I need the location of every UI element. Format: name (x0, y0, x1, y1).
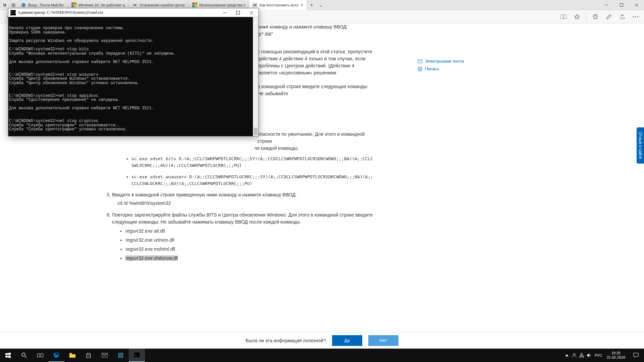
window-maximize-button[interactable] (614, 0, 629, 10)
history-back-icon[interactable] (1, 1, 9, 9)
site-feedback-tab[interactable]: Отзыв о сайте (637, 127, 644, 164)
cmd-close-button[interactable] (245, 8, 258, 17)
task-view-button[interactable] (32, 349, 48, 362)
search-button[interactable] (16, 349, 32, 362)
feedback-no-button[interactable]: Нет (368, 335, 398, 346)
favicon-icon (132, 2, 138, 8)
svg-rect-14 (418, 60, 422, 63)
print-icon (418, 67, 422, 71)
side-actions: Электронная почта Печать (418, 59, 478, 74)
new-tab-button[interactable]: + (307, 2, 316, 8)
favicon-icon: @ (21, 2, 26, 8)
cmd-titlebar[interactable]: C:\ Администратор: C:\WINDOWS\System32\c… (8, 8, 258, 17)
svg-rect-20 (38, 354, 40, 357)
list-item: sc.exe sdset wuauserv D:(A;;CCLCSWRPWPDT… (131, 173, 375, 187)
more-icon[interactable] (630, 11, 641, 22)
feedback-bar: Была ли эта информация полезной? Да Нет (0, 332, 644, 349)
cmd-scrollbar[interactable] (253, 17, 258, 136)
article-fragment: ниже команду и нажмите клавишу ВВОД: (258, 23, 375, 31)
action-center-icon[interactable] (628, 349, 644, 362)
email-link[interactable]: Электронная почта (418, 59, 478, 64)
svg-point-19 (22, 353, 25, 356)
list-item: regsvr32.exe urlmon.dll (125, 237, 375, 244)
step-5: Введите в командной строке приведенную н… (112, 191, 375, 207)
article-fragment: в командной строке введите следующие ком… (258, 83, 375, 97)
command-text: cd /d %windir%\system32 (117, 200, 375, 207)
svg-point-12 (635, 16, 636, 17)
favicon-icon (252, 2, 258, 8)
window-close-button[interactable] (629, 0, 644, 10)
people-icon[interactable] (571, 349, 578, 362)
list-item: regsvr32.exe atl.dll (125, 228, 375, 235)
taskbar-clock[interactable]: 19:25 21.02.2018 (604, 351, 628, 360)
favicon-icon (192, 2, 197, 8)
article-fragment: ле каждой команды. (254, 145, 375, 152)
network-icon[interactable] (578, 349, 585, 362)
tab-title: Использование средства п (199, 3, 245, 7)
tray-overflow-icon[interactable] (563, 349, 571, 362)
app-taskbar-icon[interactable] (113, 349, 129, 362)
svg-rect-30 (582, 356, 584, 357)
cmd-icon: C:\ (10, 10, 16, 15)
cmd-minimize-button[interactable] (218, 8, 231, 17)
svg-rect-15 (419, 67, 422, 68)
cmd-output[interactable]: Начало стадии проверки при сканировании … (8, 17, 258, 136)
tab-title: Windows 10. Не работает ц (78, 3, 125, 7)
store-icon[interactable] (80, 349, 97, 362)
svg-point-11 (633, 16, 634, 17)
cmd-window[interactable]: C:\ Администратор: C:\WINDOWS\System32\c… (8, 8, 259, 136)
edge-taskbar-icon[interactable] (48, 349, 64, 362)
language-indicator[interactable]: РУС (593, 349, 604, 362)
favicon-icon (71, 2, 76, 8)
annotate-icon[interactable] (603, 11, 614, 22)
cmd-maximize-button[interactable] (231, 8, 245, 17)
file-explorer-icon[interactable] (64, 349, 80, 362)
svg-rect-22 (69, 353, 72, 354)
print-link[interactable]: Печать (418, 66, 478, 71)
svg-rect-6 (253, 4, 257, 5)
svg-rect-2 (132, 3, 137, 7)
hub-favorites-icon[interactable] (590, 11, 601, 22)
volume-icon[interactable] (585, 349, 593, 362)
list-item: regsvr32.exe mshtml.dll (125, 246, 375, 253)
svg-text:>_: >_ (135, 354, 138, 357)
svg-rect-5 (253, 3, 257, 7)
start-button[interactable] (0, 349, 16, 362)
svg-rect-18 (237, 11, 240, 14)
mail-taskbar-icon[interactable] (97, 349, 113, 362)
window-minimize-button[interactable] (599, 0, 614, 10)
svg-rect-25 (119, 354, 122, 357)
taskbar: >_ РУС 19:25 21.02.2018 (0, 349, 644, 362)
reading-view-icon[interactable] (558, 11, 569, 22)
svg-rect-8 (620, 3, 623, 6)
share-icon[interactable] (616, 11, 628, 22)
favorite-icon[interactable] (571, 11, 583, 22)
cmd-taskbar-icon[interactable]: >_ (129, 349, 145, 362)
svg-rect-21 (41, 354, 43, 357)
svg-rect-7 (253, 5, 257, 6)
svg-rect-3 (133, 4, 137, 5)
svg-rect-4 (133, 5, 137, 6)
cmd-scrollbar-thumb[interactable] (254, 128, 258, 135)
tab-title: Устранение ошибок Центр (140, 3, 185, 7)
svg-rect-10 (564, 15, 566, 19)
svg-point-28 (573, 353, 575, 355)
article-fragment: опасности по умолчанию. Для этого в кома… (258, 131, 375, 145)
list-item: sc.exe sdset bits D:(A;;CCLCSWRPWPDTLOCR… (131, 155, 375, 169)
step-6: Повторно зарегистрируйте файлы службы BI… (112, 212, 375, 262)
svg-text:@: @ (22, 3, 25, 7)
svg-point-13 (638, 16, 639, 17)
mail-icon (418, 59, 422, 63)
tab-title: Как восстановить исхо (260, 3, 298, 7)
article-fragment: gr*.dat" (258, 31, 375, 38)
tab-close-icon[interactable]: × (301, 2, 303, 8)
feedback-question: Была ли эта информация полезной? (246, 338, 326, 343)
feedback-yes-button[interactable]: Да (332, 335, 362, 346)
svg-rect-29 (580, 356, 581, 357)
tab-overflow-icon[interactable]: ⌄ (316, 2, 326, 8)
tab-title: Вход - Почта Mail.Ru (28, 3, 64, 7)
article-fragment: с помощью рекомендаций в этой статье, пр… (258, 48, 375, 76)
svg-rect-31 (581, 353, 582, 355)
svg-rect-9 (560, 15, 563, 19)
history-recent-icon[interactable] (9, 1, 17, 9)
